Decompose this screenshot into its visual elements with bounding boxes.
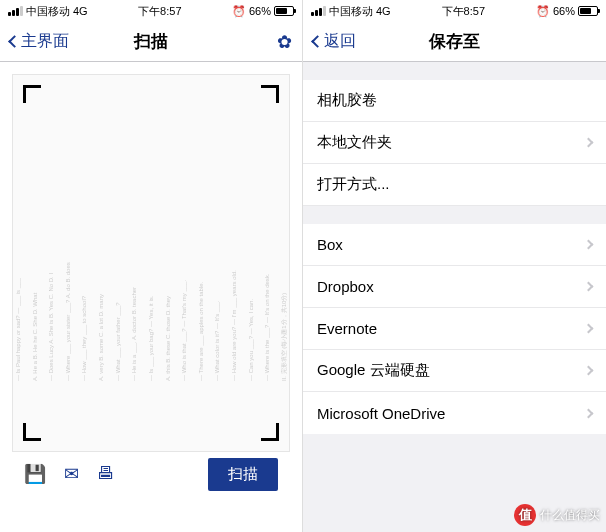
carrier-label: 中国移动 [329,4,373,19]
back-button[interactable]: 主界面 [10,31,69,52]
list-item-open-with[interactable]: 打开方式... [303,164,606,206]
chevron-right-icon [584,366,594,376]
battery-pct: 66% [249,5,271,17]
status-bar: 中国移动 4G 下午8:57 ⏰ 66% [303,0,606,22]
list-item-label: 本地文件夹 [317,133,392,152]
scan-screen: 中国移动 4G 下午8:57 ⏰ 66% 主界面 扫描 ✿ [0,0,303,532]
signal-icon [311,6,326,16]
document-text-hint: 《貌似英语》1A 试卷 (U1-U10) — Is Paul happy or … [12,145,290,381]
back-button[interactable]: 返回 [313,31,356,52]
scan-area: 《貌似英语》1A 试卷 (U1-U10) — Is Paul happy or … [0,62,302,492]
list-item-google-drive[interactable]: Google 云端硬盘 [303,350,606,392]
watermark-text: 什么值得买 [540,507,600,524]
chevron-right-icon [584,240,594,250]
chevron-right-icon [584,138,594,148]
watermark-badge: 值 [514,504,536,526]
list-item-label: Dropbox [317,278,374,295]
crop-corner-br[interactable] [261,423,279,441]
bottom-toolbar: 💾 ✉ 🖶 扫描 [12,452,290,492]
back-label: 返回 [324,31,356,52]
list-item-dropbox[interactable]: Dropbox [303,266,606,308]
save-destination-list: 相机胶卷 本地文件夹 打开方式... Box Dropbox Evernote [303,62,606,532]
back-label: 主界面 [21,31,69,52]
battery-icon [578,6,598,16]
print-icon[interactable]: 🖶 [97,463,115,485]
list-item-box[interactable]: Box [303,224,606,266]
list-item-label: Box [317,236,343,253]
chevron-right-icon [584,408,594,418]
list-item-onedrive[interactable]: Microsoft OneDrive [303,392,606,434]
list-item-label: 相机胶卷 [317,91,377,110]
list-item-evernote[interactable]: Evernote [303,308,606,350]
list-item-local-folder[interactable]: 本地文件夹 [303,122,606,164]
save-icon[interactable]: 💾 [24,463,46,485]
nav-bar: 主界面 扫描 ✿ [0,22,302,62]
watermark: 值 什么值得买 [514,504,600,526]
chevron-right-icon [584,324,594,334]
gear-icon[interactable]: ✿ [277,31,292,53]
crop-corner-bl[interactable] [23,423,41,441]
carrier-label: 中国移动 [26,4,70,19]
signal-icon [8,6,23,16]
crop-corner-tl[interactable] [23,85,41,103]
status-bar: 中国移动 4G 下午8:57 ⏰ 66% [0,0,302,22]
page-title: 扫描 [134,30,168,53]
chevron-left-icon [311,35,324,48]
network-label: 4G [73,5,88,17]
crop-corner-tr[interactable] [261,85,279,103]
chevron-left-icon [8,35,21,48]
page-title: 保存至 [429,30,480,53]
alarm-icon: ⏰ [536,5,550,18]
time-label: 下午8:57 [138,4,181,19]
battery-pct: 66% [553,5,575,17]
list-item-camera-roll[interactable]: 相机胶卷 [303,80,606,122]
network-label: 4G [376,5,391,17]
time-label: 下午8:57 [442,4,485,19]
list-item-label: 打开方式... [317,175,390,194]
save-to-screen: 中国移动 4G 下午8:57 ⏰ 66% 返回 保存至 相机胶卷 [303,0,606,532]
document-preview[interactable]: 《貌似英语》1A 试卷 (U1-U10) — Is Paul happy or … [12,74,290,452]
mail-icon[interactable]: ✉ [64,463,79,485]
list-item-label: Google 云端硬盘 [317,361,430,380]
list-item-label: Microsoft OneDrive [317,405,445,422]
scan-button[interactable]: 扫描 [208,458,278,491]
alarm-icon: ⏰ [232,5,246,18]
battery-icon [274,6,294,16]
nav-bar: 返回 保存至 [303,22,606,62]
chevron-right-icon [584,282,594,292]
list-item-label: Evernote [317,320,377,337]
